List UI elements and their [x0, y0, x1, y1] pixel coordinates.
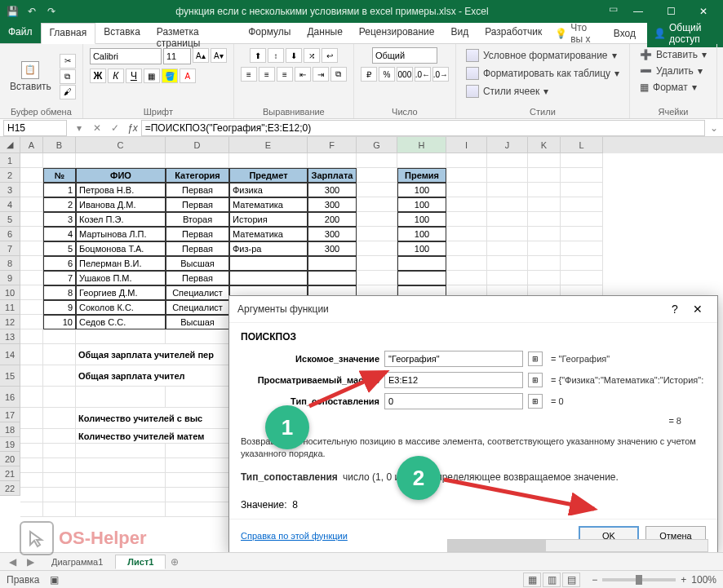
cell[interactable]: Первая [166, 183, 229, 197]
ribbon-opts-icon[interactable]: ▭ [605, 2, 620, 16]
cell[interactable]: Боцмонова Т.А. [76, 241, 166, 256]
zoom-out-button[interactable]: − [592, 574, 597, 586]
table-format-button[interactable]: Форматировать как таблицу▾ [463, 65, 623, 82]
cell[interactable]: 300 [308, 241, 357, 256]
cell[interactable] [561, 197, 603, 212]
cell[interactable] [487, 153, 528, 168]
cell[interactable] [357, 183, 397, 197]
cell[interactable] [487, 271, 528, 285]
dec-decimal-button[interactable]: .0→ [432, 67, 449, 82]
merge-button[interactable]: ⧉ [330, 67, 347, 82]
cell[interactable] [20, 285, 43, 300]
cell[interactable]: Зарплата [308, 168, 357, 183]
row-header-5[interactable]: 5 [0, 212, 20, 227]
cell[interactable] [20, 365, 43, 387]
h-scrollbar[interactable] [447, 539, 708, 552]
cell[interactable]: ФИО [76, 168, 166, 183]
cell[interactable] [446, 227, 487, 241]
close-button[interactable]: ✕ [689, 2, 718, 21]
cell[interactable] [528, 168, 561, 183]
percent-button[interactable]: % [379, 67, 395, 82]
row-header-3[interactable]: 3 [0, 183, 20, 197]
cell[interactable] [43, 153, 76, 168]
cell[interactable] [76, 458, 166, 473]
cell[interactable]: Петрова Н.В. [76, 183, 166, 197]
cell[interactable] [166, 458, 229, 473]
cell[interactable] [20, 300, 43, 315]
bold-button[interactable]: Ж [90, 69, 106, 83]
cell[interactable] [166, 329, 229, 344]
cell[interactable]: Ушаков П.М. [76, 271, 166, 285]
arg-input-1[interactable] [384, 372, 523, 388]
row-header-21[interactable]: 21 [0, 466, 20, 481]
col-header-C[interactable]: C [76, 137, 166, 153]
tab-view[interactable]: Вид [443, 23, 477, 43]
cell[interactable]: 10 [43, 315, 76, 329]
cell[interactable]: Физика [229, 183, 308, 197]
row-header-18[interactable]: 18 [0, 422, 20, 437]
zoom-slider[interactable] [602, 578, 676, 581]
new-sheet-button[interactable]: ⊕ [166, 553, 184, 571]
cell[interactable]: Математика [229, 227, 308, 241]
cell[interactable]: 100 [397, 197, 446, 212]
cell[interactable] [561, 212, 603, 227]
minimize-button[interactable]: — [623, 2, 653, 21]
cell[interactable]: Козел П.Э. [76, 212, 166, 227]
redo-icon[interactable]: ↷ [44, 4, 59, 19]
cell[interactable]: Высшая [166, 256, 229, 271]
cell[interactable] [446, 271, 487, 285]
cond-format-button[interactable]: Условное форматирование▾ [463, 47, 620, 64]
align-left-button[interactable]: ≡ [241, 67, 257, 82]
grow-font-button[interactable]: A▴ [193, 48, 209, 63]
cell[interactable] [166, 444, 229, 458]
cell[interactable] [76, 329, 166, 344]
cell[interactable]: Первая [166, 197, 229, 212]
row-header-11[interactable]: 11 [0, 300, 20, 315]
cell[interactable] [528, 227, 561, 241]
sheet-tab-1[interactable]: Диаграмма1 [39, 555, 115, 569]
cell[interactable]: 5 [43, 241, 76, 256]
col-header-H[interactable]: H [397, 137, 446, 153]
cell[interactable] [166, 488, 229, 502]
cell[interactable]: Георгиев Д.М. [76, 285, 166, 300]
cell-styles-button[interactable]: Стили ячеек▾ [463, 83, 552, 99]
row-header-17[interactable]: 17 [0, 408, 20, 422]
cell[interactable] [357, 197, 397, 212]
fx-icon[interactable]: ƒx [127, 122, 138, 134]
row-header-13[interactable]: 13 [0, 329, 20, 344]
zoom-in-button[interactable]: + [681, 574, 686, 586]
name-box[interactable] [3, 120, 67, 136]
cell[interactable] [20, 458, 43, 473]
row-header-2[interactable]: 2 [0, 168, 20, 183]
row-header-12[interactable]: 12 [0, 315, 20, 329]
cell[interactable] [76, 444, 166, 458]
cell[interactable] [357, 168, 397, 183]
cell[interactable] [357, 256, 397, 271]
cell[interactable] [43, 408, 76, 429]
cell[interactable] [446, 183, 487, 197]
align-top-button[interactable]: ⬆ [250, 48, 266, 63]
cut-button[interactable]: ✂ [60, 54, 76, 69]
delete-cells-button[interactable]: ➖Удалить▾ [637, 64, 706, 78]
cell[interactable]: Математика [229, 197, 308, 212]
cell[interactable]: 4 [43, 227, 76, 241]
underline-button[interactable]: Ч [126, 69, 142, 83]
cell[interactable] [487, 227, 528, 241]
cell[interactable]: 9 [43, 300, 76, 315]
cell[interactable] [43, 365, 76, 387]
cell[interactable] [446, 241, 487, 256]
cell[interactable] [446, 153, 487, 168]
row-header-1[interactable]: 1 [0, 153, 20, 168]
cell[interactable]: 100 [397, 241, 446, 256]
cell[interactable] [43, 429, 76, 444]
align-right-button[interactable]: ≡ [277, 67, 293, 82]
cell[interactable]: 7 [43, 271, 76, 285]
cell[interactable]: Первая [166, 241, 229, 256]
align-mid-button[interactable]: ↕ [268, 48, 284, 63]
range-picker-button[interactable]: ⊞ [528, 394, 543, 409]
cell[interactable] [20, 502, 43, 517]
cell[interactable]: Вторая [166, 212, 229, 227]
cell[interactable] [20, 329, 43, 344]
cell[interactable]: Физ-ра [229, 241, 308, 256]
cell[interactable]: Категория [166, 168, 229, 183]
